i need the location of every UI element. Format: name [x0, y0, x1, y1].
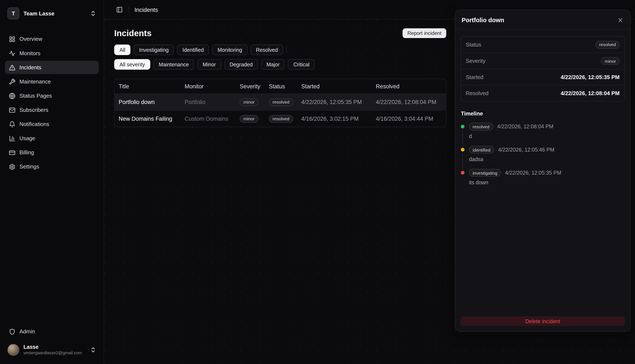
- column-title: Title: [114, 83, 180, 90]
- sidebar-item-label: Usage: [20, 135, 35, 142]
- gear-icon: [9, 164, 16, 170]
- filter-all[interactable]: All: [114, 44, 131, 55]
- sidebar-item-label: Billing: [20, 150, 34, 156]
- field-label: Status: [466, 42, 481, 48]
- field-label: Started: [466, 74, 483, 80]
- sidebar-item-label: Maintenance: [20, 79, 51, 85]
- detail-title: Portfolio down: [462, 17, 504, 24]
- status-badge: resolved: [269, 115, 293, 122]
- sidebar-item-label: Subscribers: [20, 107, 48, 113]
- team-switcher[interactable]: T Team Lasse: [5, 5, 99, 22]
- sidebar-item-overview[interactable]: Overview: [5, 32, 99, 46]
- delete-section: Delete incident: [455, 311, 630, 331]
- sidebar-footer: Admin Lasse vestergaardlasse2@gmail.com: [5, 325, 99, 359]
- column-severity: Severity: [236, 83, 265, 90]
- user-meta: Lasse vestergaardlasse2@gmail.com: [24, 344, 82, 356]
- close-icon: [617, 17, 624, 24]
- user-email: vestergaardlasse2@gmail.com: [24, 351, 82, 356]
- filter-identified[interactable]: Identified: [177, 44, 209, 55]
- user-avatar: [7, 344, 19, 356]
- user-name: Lasse: [24, 344, 82, 350]
- topbar-divider: [128, 6, 129, 13]
- cell-title: Portfolio down: [114, 99, 180, 105]
- sidebar-item-label: Notifications: [20, 121, 49, 127]
- detail-header: Portfolio down: [455, 10, 630, 30]
- team-avatar: T: [7, 7, 19, 19]
- filter-major[interactable]: Major: [261, 59, 285, 70]
- column-monitor: Monitor: [180, 83, 236, 90]
- sidebar-item-usage[interactable]: Usage: [5, 132, 99, 145]
- globe-icon: [9, 92, 16, 99]
- timeline-message: its down: [469, 180, 624, 186]
- breadcrumb: Incidents: [134, 6, 158, 13]
- filter-minor[interactable]: Minor: [198, 59, 221, 70]
- filter-investigating[interactable]: Investigating: [134, 44, 174, 55]
- cell-monitor: Portfolio: [180, 99, 236, 105]
- field-resolved: Resolved 4/22/2026, 12:08:04 PM: [461, 85, 624, 101]
- sidebar-item-settings[interactable]: Settings: [5, 160, 99, 173]
- sidebar-item-label: Overview: [20, 36, 42, 42]
- cell-resolved: 4/16/2026, 3:04:44 PM: [372, 116, 446, 122]
- shield-icon: [9, 328, 16, 335]
- sidebar-item-status-pages[interactable]: Status Pages: [5, 89, 99, 102]
- bell-icon: [9, 121, 16, 128]
- filter-group-divider: [286, 46, 287, 53]
- wrench-icon: [9, 78, 16, 85]
- activity-icon: [9, 50, 16, 57]
- timeline-status-badge: identified: [469, 146, 494, 154]
- filter-degraded[interactable]: Degraded: [224, 59, 258, 70]
- sidebar-item-admin[interactable]: Admin: [5, 325, 99, 338]
- sidebar-item-maintenance[interactable]: Maintenance: [5, 75, 99, 88]
- alert-triangle-icon: [9, 64, 16, 71]
- filter-monitoring[interactable]: Monitoring: [212, 44, 247, 55]
- sidebar-item-monitors[interactable]: Monitors: [5, 46, 99, 60]
- timeline: resolved 4/22/2026, 12:08:04 PM d identi…: [461, 122, 624, 186]
- timeline-message: d: [469, 133, 624, 139]
- mail-icon: [9, 107, 16, 113]
- chevrons-up-down-icon: [90, 347, 96, 353]
- sidebar-item-billing[interactable]: Billing: [5, 146, 99, 159]
- status-badge: resolved: [269, 98, 293, 106]
- admin-label: Admin: [20, 328, 35, 334]
- sidebar-item-label: Settings: [20, 164, 39, 170]
- page-title: Incidents: [114, 28, 152, 38]
- field-status: Status resolved: [461, 36, 624, 53]
- field-value: 4/22/2026, 12:05:35 PM: [560, 74, 620, 80]
- layout-grid-icon: [9, 36, 16, 42]
- bar-chart-icon: [9, 135, 16, 142]
- filter-maintenance[interactable]: Maintenance: [154, 59, 194, 70]
- filter-resolved[interactable]: Resolved: [251, 44, 283, 55]
- sidebar-item-notifications[interactable]: Notifications: [5, 118, 99, 131]
- resolved-dot-icon: [461, 125, 464, 128]
- cell-severity: minor: [236, 115, 265, 122]
- timeline-status-badge: resolved: [469, 122, 493, 130]
- team-name: Team Lasse: [24, 10, 54, 16]
- filter-all-severity[interactable]: All severity: [114, 59, 150, 70]
- page-head: Incidents Report incident: [114, 28, 446, 38]
- cell-resolved: 4/22/2026, 12:08:04 PM: [372, 99, 446, 105]
- column-status: Status: [265, 83, 297, 90]
- sidebar-item-label: Monitors: [20, 50, 40, 56]
- severity-badge: minor: [240, 98, 258, 106]
- field-started: Started 4/22/2026, 12:05:35 PM: [461, 69, 624, 85]
- sidebar-toggle-button[interactable]: [116, 6, 123, 13]
- table-row[interactable]: Portfolio down Portfolio minor resolved …: [114, 94, 446, 110]
- incidents-table: Title Monitor Severity Status Started Re…: [114, 79, 446, 127]
- close-panel-button[interactable]: [617, 17, 624, 24]
- cell-started: 4/16/2026, 3:02:15 PM: [297, 116, 372, 122]
- app-root: T Team Lasse Overview Monitors Incidents…: [0, 0, 635, 364]
- sidebar-item-incidents[interactable]: Incidents: [5, 61, 99, 74]
- table-row[interactable]: New Domains Failing Custom Domains minor…: [114, 110, 446, 127]
- sidebar-item-subscribers[interactable]: Subscribers: [5, 103, 99, 117]
- cell-started: 4/22/2026, 12:05:35 PM: [297, 99, 372, 105]
- chevrons-up-down-icon: [90, 10, 96, 17]
- report-incident-button[interactable]: Report incident: [402, 28, 446, 38]
- filter-critical[interactable]: Critical: [288, 59, 315, 70]
- user-menu[interactable]: Lasse vestergaardlasse2@gmail.com: [5, 340, 99, 359]
- detail-fields: Status resolved Severity minor Started 4…: [460, 36, 625, 102]
- identified-dot-icon: [461, 148, 464, 151]
- sidebar-item-label: Status Pages: [20, 93, 52, 99]
- field-value: 4/22/2026, 12:08:04 PM: [560, 90, 620, 96]
- timeline-section: Timeline resolved 4/22/2026, 12:08:04 PM…: [455, 102, 630, 192]
- delete-incident-button[interactable]: Delete incident: [460, 316, 625, 326]
